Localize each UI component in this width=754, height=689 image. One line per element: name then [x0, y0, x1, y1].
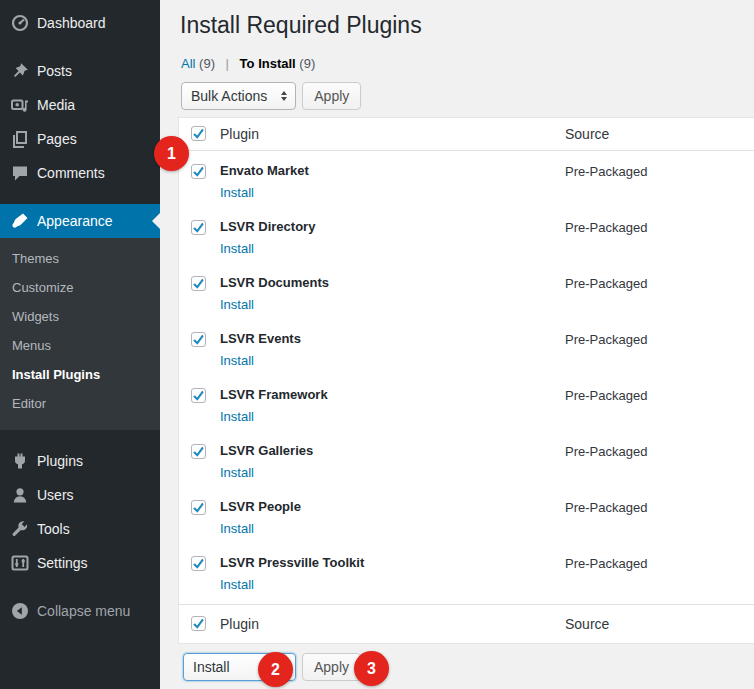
plugin-cell: LSVR DocumentsInstall: [220, 275, 329, 314]
sidebar-item-label: Pages: [37, 131, 77, 147]
plugin-source: Pre-Packaged: [565, 556, 647, 571]
plugin-cell: LSVR FrameworkInstall: [220, 387, 328, 426]
table-row: LSVR FrameworkInstallPre-Packaged: [179, 375, 754, 431]
filter-to-install-link[interactable]: To Install: [240, 56, 296, 71]
sidebar-item-settings[interactable]: Settings: [0, 546, 160, 580]
plugin-name: LSVR Events: [220, 331, 301, 347]
sidebar-item-pages[interactable]: Pages: [0, 122, 160, 156]
table-row: LSVR EventsInstallPre-Packaged: [179, 319, 754, 375]
media-icon: [10, 95, 30, 115]
submenu-item-widgets[interactable]: Widgets: [0, 302, 160, 331]
install-link[interactable]: Install: [220, 409, 254, 424]
row-checkbox[interactable]: [191, 388, 206, 403]
column-header-plugin: Plugin: [220, 126, 259, 142]
annotation-badge-1: 1: [154, 136, 189, 171]
plugin-source: Pre-Packaged: [565, 276, 647, 291]
row-checkbox[interactable]: [191, 164, 206, 179]
sidebar-spacer: [0, 580, 160, 594]
sidebar-item-label: Tools: [37, 521, 70, 537]
sidebar-item-label: Media: [37, 97, 75, 113]
status-filter-links: All (9) | To Install (9): [181, 56, 754, 71]
sidebar-item-collapse-menu[interactable]: Collapse menu: [0, 594, 160, 628]
sidebar-spacer: [0, 430, 160, 444]
sidebar-item-label: Settings: [37, 555, 88, 571]
sidebar-item-label: Collapse menu: [37, 603, 130, 619]
plugin-name: LSVR Documents: [220, 275, 329, 291]
plugin-name: LSVR Directory: [220, 219, 315, 235]
page-title: Install Required Plugins: [180, 11, 754, 41]
filter-to-install-count: (9): [299, 56, 315, 71]
filter-all-link[interactable]: All: [181, 56, 195, 71]
table-row: Envato MarketInstallPre-Packaged: [179, 151, 754, 207]
plugin-cell: LSVR GalleriesInstall: [220, 443, 313, 482]
select-arrows-icon: [281, 88, 287, 104]
sidebar-item-label: Posts: [37, 63, 72, 79]
submenu-item-editor[interactable]: Editor: [0, 389, 160, 418]
submenu-item-customize[interactable]: Customize: [0, 273, 160, 302]
wordpress-admin-screen: DashboardPostsMediaPagesCommentsAppearan…: [0, 0, 754, 689]
table-header-row: Plugin Source: [179, 118, 754, 151]
sidebar-item-label: Appearance: [37, 213, 113, 229]
top-bulk-actions-bar: Bulk Actions Apply: [181, 82, 754, 110]
sidebar-item-comments[interactable]: Comments: [0, 156, 160, 190]
row-checkbox[interactable]: [191, 276, 206, 291]
install-link[interactable]: Install: [220, 521, 254, 536]
footer-column-plugin: Plugin: [220, 616, 259, 632]
apply-button-bottom[interactable]: Apply: [302, 653, 361, 681]
bulk-actions-select[interactable]: Bulk Actions: [181, 82, 296, 110]
plugins-icon: [10, 451, 30, 471]
table-row: LSVR GalleriesInstallPre-Packaged: [179, 431, 754, 487]
filter-all-count: (9): [199, 56, 215, 71]
sidebar-item-plugins[interactable]: Plugins: [0, 444, 160, 478]
row-checkbox[interactable]: [191, 444, 206, 459]
row-checkbox[interactable]: [191, 500, 206, 515]
row-checkbox[interactable]: [191, 220, 206, 235]
install-link[interactable]: Install: [220, 185, 254, 200]
table-body: Envato MarketInstallPre-PackagedLSVR Dir…: [179, 151, 754, 604]
plugin-name: LSVR Framework: [220, 387, 328, 403]
submenu-item-menus[interactable]: Menus: [0, 331, 160, 360]
column-header-source: Source: [565, 126, 609, 142]
sidebar-item-appearance[interactable]: Appearance: [0, 204, 160, 238]
plugin-cell: Envato MarketInstall: [220, 163, 309, 202]
sidebar-item-tools[interactable]: Tools: [0, 512, 160, 546]
plugin-cell: LSVR EventsInstall: [220, 331, 301, 370]
plugins-table: Plugin Source Envato MarketInstallPre-Pa…: [178, 117, 754, 644]
install-link[interactable]: Install: [220, 241, 254, 256]
sidebar-item-dashboard[interactable]: Dashboard: [0, 6, 160, 40]
table-row: LSVR PeopleInstallPre-Packaged: [179, 487, 754, 543]
install-link[interactable]: Install: [220, 353, 254, 368]
plugin-name: LSVR Pressville Toolkit: [220, 555, 364, 571]
plugin-cell: LSVR DirectoryInstall: [220, 219, 315, 258]
install-link[interactable]: Install: [220, 465, 254, 480]
row-checkbox[interactable]: [191, 556, 206, 571]
install-link[interactable]: Install: [220, 577, 254, 592]
sidebar-spacer: [0, 190, 160, 204]
tools-icon: [10, 519, 30, 539]
posts-icon: [10, 61, 30, 81]
sidebar-item-users[interactable]: Users: [0, 478, 160, 512]
submenu-item-install-plugins[interactable]: Install Plugins: [0, 360, 160, 389]
plugin-source: Pre-Packaged: [565, 500, 647, 515]
row-checkbox[interactable]: [191, 332, 206, 347]
dashboard-icon: [10, 13, 30, 33]
appearance-submenu: ThemesCustomizeWidgetsMenusInstall Plugi…: [0, 238, 160, 430]
select-all-checkbox-footer[interactable]: [191, 616, 206, 631]
apply-button-top[interactable]: Apply: [302, 82, 361, 110]
install-link[interactable]: Install: [220, 297, 254, 312]
plugin-source: Pre-Packaged: [565, 164, 647, 179]
annotation-badge-2: 2: [258, 652, 293, 687]
plugin-cell: LSVR PeopleInstall: [220, 499, 301, 538]
sidebar-item-label: Users: [37, 487, 74, 503]
appearance-icon: [10, 211, 30, 231]
sidebar-item-label: Plugins: [37, 453, 83, 469]
select-all-checkbox[interactable]: [191, 126, 206, 141]
submenu-item-themes[interactable]: Themes: [0, 244, 160, 273]
current-menu-arrow: [144, 213, 160, 229]
sidebar-spacer: [0, 40, 160, 54]
sidebar-item-media[interactable]: Media: [0, 88, 160, 122]
table-row: LSVR Pressville ToolkitInstallPre-Packag…: [179, 543, 754, 599]
sidebar-item-posts[interactable]: Posts: [0, 54, 160, 88]
users-icon: [10, 485, 30, 505]
bulk-actions-selected-value: Bulk Actions: [191, 88, 281, 104]
